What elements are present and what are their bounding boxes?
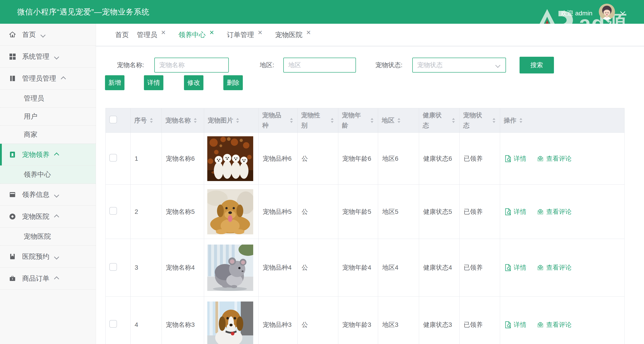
sidebar-item-label: 管理员 [24,94,44,103]
sidebar-item-label: 宠物医院 [22,212,49,221]
user-menu-chevron-down-icon[interactable] [621,10,624,14]
chevron-up-icon [62,75,65,82]
cell-age: 宠物年龄5 [338,185,378,239]
pet-status-select[interactable]: 宠物状态 [412,58,506,73]
sidebar-item-label: 管理员管理 [22,74,56,83]
pet-image [207,136,253,181]
main-content: 首页 管理员 ✕ 领养中心 ✕ 订单管理 ✕ 宠物医院 ✕ 宠物名称: 地区: [96,24,644,344]
cell-gender: 公 [298,133,338,185]
sidebar-item-admin-mgmt[interactable]: 管理员管理 [0,68,96,90]
pet-status-label: 宠物状态: [376,58,402,73]
detail-link[interactable]: 详情 [504,263,526,272]
tab-home[interactable]: 首页 [115,30,129,39]
search-button[interactable]: 搜索 [520,57,554,73]
sidebar-subitem-adoption-center[interactable]: 领养中心 [0,166,96,184]
tab-adoption-center[interactable]: 领养中心 ✕ [178,30,214,39]
row-checkbox[interactable] [109,207,117,215]
columns-icon [8,75,16,82]
sidebar-item-label: 宠物领养 [22,150,49,159]
pet-image [207,245,253,291]
tab-pet-hospital[interactable]: 宠物医院 ✕ [275,30,311,39]
sidebar-item-product-orders[interactable]: 商品订单 [0,268,96,290]
tab-bar: 首页 管理员 ✕ 领养中心 ✕ 订单管理 ✕ 宠物医院 ✕ [96,24,644,46]
cell-no: 3 [130,239,162,297]
top-header: 微信小程序“遇见宠爱”—宠物业务系统 ad源码网 欢迎 admin [0,0,644,24]
circle-diamond-icon [8,213,16,220]
close-icon[interactable]: ✕ [258,29,263,36]
sort-icon[interactable] [150,118,153,123]
table-row[interactable]: 1 宠物名称6 [106,133,624,185]
sort-icon[interactable] [330,118,334,123]
row-checkbox[interactable] [109,154,117,162]
sidebar-item-home[interactable]: 首页 [0,24,96,46]
sort-icon[interactable] [194,118,197,123]
sidebar-item-label: 商品订单 [22,274,49,283]
document-search-icon [504,264,512,271]
cell-no: 4 [130,297,162,344]
detail-button[interactable]: 详情 [144,75,164,90]
sidebar-subitem-merchant[interactable]: 商家 [0,126,96,144]
cell-breed: 宠物品种6 [259,133,298,185]
chevron-down-icon [41,31,45,38]
sort-icon[interactable] [492,118,496,123]
document-search-icon [504,155,512,162]
close-icon[interactable]: ✕ [306,29,311,36]
edit-button[interactable]: 修改 [184,75,204,90]
add-button[interactable]: 新增 [105,75,124,90]
table-row[interactable]: 3 宠物名称4 [106,239,624,297]
view-comments-link[interactable]: 查看评论 [537,154,572,163]
delete-button[interactable]: 删除 [223,75,243,90]
cell-health: 健康状态3 [419,297,460,344]
select-all-checkbox[interactable] [109,116,117,123]
table-row[interactable]: 4 宠物名称3 [106,297,624,344]
cell-region: 地区4 [378,239,419,297]
avatar[interactable] [599,3,615,20]
sidebar-subitem-pet-hospital[interactable]: 宠物医院 [0,228,96,246]
sidebar-item-label: 医院预约 [22,252,49,261]
pet-table: 序号 宠物名称 宠物图片 宠物品种 宠物性别 宠物年龄 地区 健康状态 [106,108,624,344]
sidebar-item-hospital-booking[interactable]: 医院预约 [0,246,96,268]
sort-icon[interactable] [452,118,455,123]
document-search-icon [504,208,512,215]
region-input[interactable] [283,58,356,73]
close-icon[interactable]: ✕ [161,29,166,36]
chevron-down-icon [55,53,58,60]
view-comments-link[interactable]: 查看评论 [537,263,572,272]
cell-breed: 宠物品种4 [259,239,298,297]
tab-order-mgmt[interactable]: 订单管理 ✕ [227,30,263,39]
tab-admin[interactable]: 管理员 ✕ [137,30,166,39]
sidebar-item-adoption-info[interactable]: 领养信息 [0,184,96,206]
detail-link[interactable]: 详情 [504,321,526,329]
sidebar-item-pet-hospital[interactable]: 宠物医院 [0,206,96,228]
document-search-icon [504,321,512,329]
sort-icon[interactable] [370,118,374,123]
pet-name-input[interactable] [154,58,229,73]
comment-badge-icon [537,155,544,162]
welcome-text: 欢迎 admin [561,9,592,18]
pet-image [207,302,253,344]
sidebar-item-system[interactable]: 系统管理 [0,46,96,68]
sidebar-subitem-user[interactable]: 用户 [0,108,96,126]
bookmark-filled-icon [8,253,16,260]
sort-icon[interactable] [290,118,293,123]
detail-link[interactable]: 详情 [504,154,526,163]
detail-link[interactable]: 详情 [504,207,526,216]
row-checkbox[interactable] [109,263,117,271]
cell-breed: 宠物品种5 [259,185,298,239]
sidebar-item-pet-adoption[interactable]: 宠物领养 [0,144,96,166]
close-icon[interactable]: ✕ [209,29,214,36]
cell-region: 地区5 [378,185,419,239]
briefcase-icon [8,275,16,282]
comment-badge-icon [537,321,544,329]
view-comments-link[interactable]: 查看评论 [537,207,572,216]
sort-icon[interactable] [519,118,523,123]
pet-image [207,189,253,234]
cell-region: 地区3 [378,297,419,344]
sort-icon[interactable] [236,118,240,123]
sidebar-subitem-admin[interactable]: 管理员 [0,90,96,108]
view-comments-link[interactable]: 查看评论 [537,321,572,329]
row-checkbox[interactable] [109,320,117,328]
table-row[interactable]: 2 宠物名称5 [106,185,624,239]
sort-icon[interactable] [397,118,401,123]
cell-gender: 公 [298,185,338,239]
